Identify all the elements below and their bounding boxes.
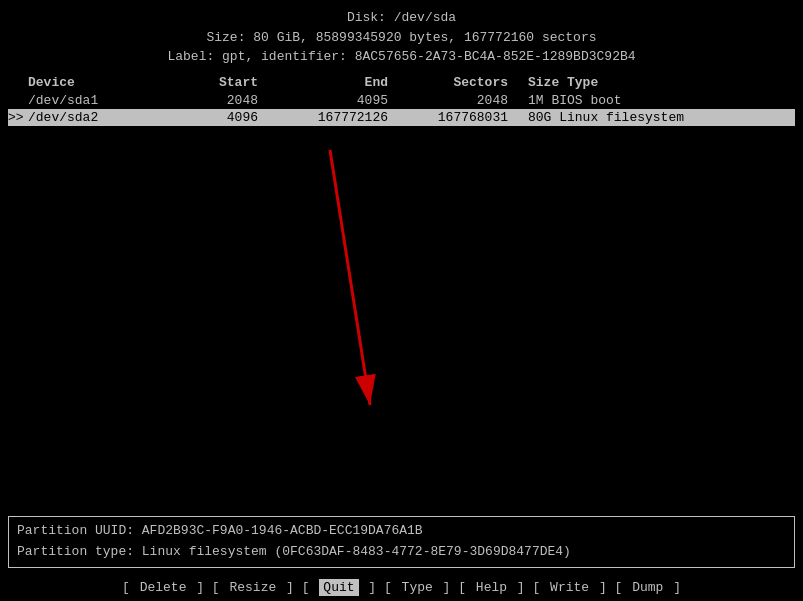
row2-start: 4096 bbox=[148, 110, 278, 125]
row1-sectors: 2048 bbox=[408, 93, 528, 108]
row2-sectors: 167768031 bbox=[408, 110, 528, 125]
bottom-menu-bar: [ Delete ] [ Resize ] [ Quit ] [ Type ] … bbox=[0, 574, 803, 601]
col-header-size-type: Size Type bbox=[528, 75, 795, 90]
row2-end: 167772126 bbox=[278, 110, 408, 125]
menu-write[interactable]: Write bbox=[550, 580, 589, 595]
table-row-selected[interactable]: >> /dev/sda2 4096 167772126 167768031 80… bbox=[8, 109, 795, 126]
disk-size-line: Size: 80 GiB, 85899345920 bytes, 1677721… bbox=[0, 28, 803, 48]
menu-help[interactable]: Help bbox=[476, 580, 507, 595]
disk-title: Disk: /dev/sda bbox=[0, 8, 803, 28]
marker-spacer bbox=[8, 75, 28, 90]
uuid-line: Partition UUID: AFD2B93C-F9A0-1946-ACBD-… bbox=[17, 521, 786, 542]
type-line: Partition type: Linux filesystem (0FC63D… bbox=[17, 542, 786, 563]
menu-dump[interactable]: Dump bbox=[632, 580, 663, 595]
col-header-start: Start bbox=[148, 75, 278, 90]
partition-table: Device Start End Sectors Size Type /dev/… bbox=[0, 73, 803, 517]
row1-start: 2048 bbox=[148, 93, 278, 108]
row2-size-type: 80G Linux filesystem bbox=[528, 110, 795, 125]
row-marker-2: >> bbox=[8, 110, 28, 125]
menu-type[interactable]: Type bbox=[402, 580, 433, 595]
disk-header: Disk: /dev/sda Size: 80 GiB, 85899345920… bbox=[0, 8, 803, 67]
col-header-end: End bbox=[278, 75, 408, 90]
row1-device: /dev/sda1 bbox=[28, 93, 148, 108]
table-row[interactable]: /dev/sda1 2048 4095 2048 1M BIOS boot bbox=[8, 92, 795, 109]
col-header-sectors: Sectors bbox=[408, 75, 528, 90]
terminal-screen: Disk: /dev/sda Size: 80 GiB, 85899345920… bbox=[0, 0, 803, 601]
table-header-row: Device Start End Sectors Size Type bbox=[8, 73, 795, 92]
row2-device: /dev/sda2 bbox=[28, 110, 148, 125]
row1-size-type: 1M BIOS boot bbox=[528, 93, 795, 108]
disk-label-line: Label: gpt, identifier: 8AC57656-2A73-BC… bbox=[0, 47, 803, 67]
row1-end: 4095 bbox=[278, 93, 408, 108]
menu-resize[interactable]: Resize bbox=[229, 580, 276, 595]
menu-quit[interactable]: Quit bbox=[319, 579, 358, 596]
partition-info-box: Partition UUID: AFD2B93C-F9A0-1946-ACBD-… bbox=[8, 516, 795, 568]
col-header-device: Device bbox=[28, 75, 148, 90]
menu-delete[interactable]: Delete bbox=[140, 580, 187, 595]
row-marker-1 bbox=[8, 93, 28, 108]
